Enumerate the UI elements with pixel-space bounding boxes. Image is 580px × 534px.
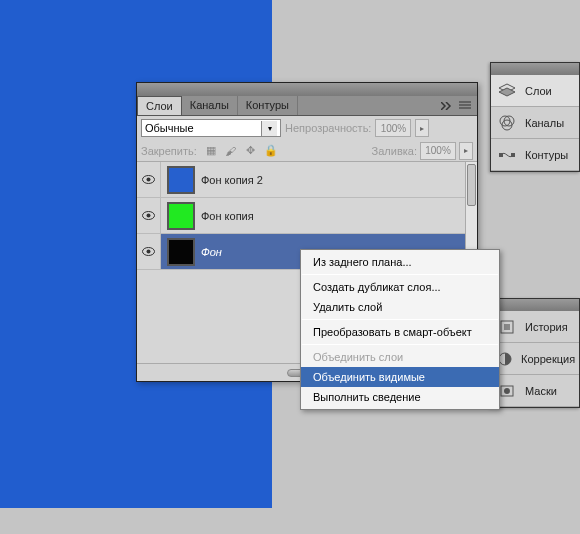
ctx-flatten[interactable]: Выполнить сведение	[301, 387, 499, 407]
panel-titlebar[interactable]	[137, 83, 477, 96]
layer-name[interactable]: Фон копия	[201, 210, 254, 222]
opacity-value[interactable]: 100%	[375, 119, 411, 137]
lock-pixels-icon[interactable]: 🖌	[223, 143, 239, 159]
eye-icon	[142, 175, 155, 184]
tab-paths[interactable]: Контуры	[238, 96, 298, 115]
svg-point-18	[147, 214, 151, 218]
dock-tab-paths[interactable]: Контуры	[491, 139, 579, 171]
paths-icon	[497, 145, 517, 165]
layer-context-menu: Из заднего плана... Создать дубликат сло…	[300, 249, 500, 410]
lock-label: Закрепить:	[141, 145, 197, 157]
dock-tab-layers[interactable]: Слои	[491, 75, 579, 107]
lock-row: Закрепить: ▦ 🖌 ✥ 🔒 Заливка: 100% ▸	[137, 140, 477, 162]
separator	[302, 344, 498, 345]
channels-icon	[497, 113, 517, 133]
chevron-down-icon: ▾	[261, 121, 277, 136]
layers-icon	[497, 81, 517, 101]
opacity-flyout-button[interactable]: ▸	[415, 119, 429, 137]
eye-icon	[142, 211, 155, 220]
dock-label: Контуры	[525, 149, 568, 161]
svg-point-20	[147, 250, 151, 254]
visibility-toggle[interactable]	[137, 234, 161, 269]
dock-titlebar[interactable]	[491, 63, 579, 75]
dock-tab-correction[interactable]: Коррекция	[491, 343, 579, 375]
visibility-toggle[interactable]	[137, 198, 161, 233]
visibility-toggle[interactable]	[137, 162, 161, 197]
panel-menu-icon[interactable]	[459, 101, 471, 111]
masks-icon	[497, 381, 517, 401]
eye-icon	[142, 247, 155, 256]
dock-tab-masks[interactable]: Маски	[491, 375, 579, 407]
dock-panel-2: История Коррекция Маски	[490, 298, 580, 410]
panel-tabs: Слои Каналы Контуры	[137, 96, 477, 116]
svg-rect-8	[504, 324, 510, 330]
scrollbar-thumb[interactable]	[467, 164, 476, 206]
history-icon	[497, 317, 517, 337]
fill-label: Заливка:	[372, 145, 417, 157]
separator	[302, 319, 498, 320]
dock-label: Каналы	[525, 117, 564, 129]
ctx-merge-visible[interactable]: Объединить видимые	[301, 367, 499, 387]
dock-label: Слои	[525, 85, 552, 97]
dock-panel-1: Слои Каналы Контуры	[490, 62, 580, 174]
ctx-duplicate-layer[interactable]: Создать дубликат слоя...	[301, 277, 499, 297]
dock-tab-channels[interactable]: Каналы	[491, 107, 579, 139]
ctx-from-background[interactable]: Из заднего плана...	[301, 252, 499, 272]
svg-point-16	[147, 178, 151, 182]
svg-point-4	[502, 120, 512, 130]
layer-thumbnail[interactable]	[167, 238, 195, 266]
tab-channels[interactable]: Каналы	[182, 96, 238, 115]
tab-layers[interactable]: Слои	[137, 96, 182, 115]
fill-value[interactable]: 100%	[420, 142, 456, 160]
lock-all-icon[interactable]: 🔒	[263, 143, 279, 159]
dock-label: История	[525, 321, 568, 333]
layer-row[interactable]: Фон копия 2	[137, 162, 477, 198]
dock-titlebar[interactable]	[491, 299, 579, 311]
dock-label: Коррекция	[521, 353, 575, 365]
separator	[302, 274, 498, 275]
panel-collapse-icon[interactable]	[441, 102, 453, 110]
fill-flyout-button[interactable]: ▸	[459, 142, 473, 160]
layer-name[interactable]: Фон	[201, 246, 222, 258]
dock-label: Маски	[525, 385, 557, 397]
layer-thumbnail[interactable]	[167, 202, 195, 230]
ctx-convert-smart-object[interactable]: Преобразовать в смарт-объект	[301, 322, 499, 342]
lock-transparency-icon[interactable]: ▦	[203, 143, 219, 159]
blend-mode-select[interactable]: Обычные ▾	[141, 119, 281, 137]
dock-tab-history[interactable]: История	[491, 311, 579, 343]
ctx-delete-layer[interactable]: Удалить слой	[301, 297, 499, 317]
blend-mode-value: Обычные	[145, 122, 194, 134]
layer-thumbnail[interactable]	[167, 166, 195, 194]
blend-opacity-row: Обычные ▾ Непрозрачность: 100% ▸	[137, 116, 477, 140]
layer-name[interactable]: Фон копия 2	[201, 174, 263, 186]
svg-point-11	[504, 388, 510, 394]
ctx-merge-layers: Объединить слои	[301, 347, 499, 367]
layer-row[interactable]: Фон копия	[137, 198, 477, 234]
opacity-label: Непрозрачность:	[285, 122, 371, 134]
lock-position-icon[interactable]: ✥	[243, 143, 259, 159]
